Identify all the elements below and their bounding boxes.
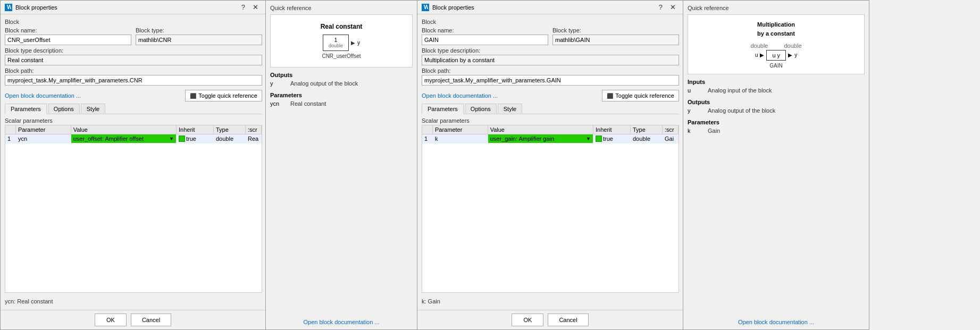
- th-num-gain: [422, 125, 433, 134]
- td-inherit: true: [177, 134, 214, 143]
- th-type-cnr: Type: [214, 125, 246, 134]
- dialog-cnr: W Block properties ? ✕ Block Block name:: [0, 0, 266, 330]
- inputs-title-gain: Inputs: [688, 79, 865, 85]
- block-path-input-gain: [422, 75, 679, 86]
- close-button-gain[interactable]: ✕: [667, 3, 679, 12]
- block-name-input-gain[interactable]: [422, 35, 548, 45]
- scalar-params-label-gain: Scalar parameters: [422, 117, 679, 124]
- th-value-cnr: Value: [71, 125, 177, 134]
- block-title-gain: Multiplication by a constant: [757, 20, 795, 38]
- quick-ref-title-cnr: Quick reference: [270, 5, 413, 11]
- tabs-gain: Parameters Options Style: [422, 104, 679, 114]
- tab-style-cnr[interactable]: Style: [81, 104, 105, 114]
- dialog-gain: W Block properties ? ✕ Block Block name:: [417, 0, 683, 330]
- param-item-k-gain: k Gain: [688, 128, 865, 134]
- ok-button-gain[interactable]: OK: [512, 314, 543, 326]
- open-doc-link-cnr[interactable]: Open block documentation ...: [5, 92, 81, 99]
- td-value: user_offset: Amplifier offset ▼: [71, 134, 177, 143]
- block-type-desc-label-gain: Block type description:: [422, 47, 679, 54]
- th-inherit-cnr: Inherit: [177, 125, 214, 134]
- dialog-title-gain: Block properties: [432, 4, 474, 11]
- th-param-cnr: Parameter: [16, 125, 71, 134]
- gain-block-box: u y: [766, 50, 786, 61]
- params-section-cnr: Parameters ycn Real constant: [270, 92, 413, 108]
- th-scr-cnr: :scr: [246, 125, 262, 134]
- toggle-quick-ref-btn-gain[interactable]: ⬛ Toggle quick reference: [602, 90, 679, 101]
- outputs-section-cnr: Outputs y Analog output of the block: [270, 72, 413, 88]
- param-item-ycn-cnr: ycn Real constant: [270, 100, 413, 107]
- port-label-y-cnr: y: [357, 40, 360, 46]
- qr-open-doc-link-gain[interactable]: Open block documentation ...: [688, 319, 865, 325]
- output-item-y-gain: y Analog output of the block: [688, 107, 865, 114]
- th-inherit-gain: Inherit: [593, 125, 631, 134]
- dialog-titlebar-gain: W Block properties ? ✕: [417, 1, 683, 14]
- qr-open-doc-link-cnr[interactable]: Open block documentation ...: [270, 319, 413, 325]
- params-title-cnr: Parameters: [270, 92, 413, 98]
- toggle-quick-ref-btn-cnr[interactable]: ⬛ Toggle quick reference: [185, 90, 262, 101]
- td-num: 1: [5, 134, 16, 143]
- block-name-label-gain: Block name:: [422, 27, 548, 33]
- dialog-body-gain: Block Block name: Block type: Block type…: [417, 14, 683, 310]
- open-doc-link-gain[interactable]: Open block documentation ...: [422, 92, 498, 99]
- block-type-desc-input-gain: [422, 55, 679, 65]
- tab-style-gain[interactable]: Style: [498, 104, 522, 114]
- ok-button-cnr[interactable]: OK: [95, 314, 127, 326]
- table-body-gain: 1 k user_gain: Amplifier gain ▼ true dou…: [422, 134, 679, 292]
- block-name-input-cnr[interactable]: [5, 35, 131, 45]
- table-row[interactable]: 1 k user_gain: Amplifier gain ▼ true dou…: [422, 134, 679, 143]
- outputs-section-gain: Outputs y Analog output of the block: [688, 99, 865, 115]
- td-num: 1: [422, 134, 433, 143]
- tab-parameters-gain[interactable]: Parameters: [422, 104, 464, 114]
- th-param-gain: Parameter: [433, 125, 488, 134]
- td-type: double: [631, 134, 663, 143]
- scalar-params-table-cnr: Parameter Value Inherit Type :scr 1 ycn …: [5, 125, 262, 293]
- help-button-cnr[interactable]: ?: [239, 3, 248, 12]
- th-value-gain: Value: [488, 125, 593, 134]
- cancel-button-gain[interactable]: Cancel: [548, 314, 588, 326]
- dialog-body-cnr: Block Block name: Block type: Block type…: [1, 14, 266, 310]
- tab-options-cnr[interactable]: Options: [48, 104, 80, 114]
- block-type-desc-input-cnr: [5, 55, 262, 65]
- input-item-u-gain: u Analog input of the block: [688, 87, 865, 94]
- dialog-titlebar-cnr: W Block properties ? ✕: [1, 1, 265, 14]
- table-row[interactable]: 1 ycn user_offset: Amplifier offset ▼ tr…: [5, 134, 262, 143]
- close-button-cnr[interactable]: ✕: [250, 3, 261, 12]
- block-section-label-cnr: Block: [5, 19, 262, 25]
- inherit-checkbox[interactable]: [179, 136, 185, 142]
- block-type-input-cnr: [136, 35, 262, 45]
- outputs-title-cnr: Outputs: [270, 72, 413, 78]
- tab-options-gain[interactable]: Options: [465, 104, 497, 114]
- outputs-title-gain: Outputs: [688, 99, 865, 105]
- block-path-label-gain: Block path:: [422, 67, 679, 74]
- td-scr: Rea: [246, 134, 262, 143]
- block-type-label-cnr: Block type:: [136, 27, 262, 33]
- app-icon: W: [5, 4, 12, 11]
- td-type: double: [214, 134, 246, 143]
- tab-parameters-cnr[interactable]: Parameters: [5, 104, 47, 114]
- cancel-button-cnr[interactable]: Cancel: [131, 314, 171, 326]
- status-bar-gain: k: Gain: [422, 297, 679, 306]
- gain-block-name: GAIN: [769, 63, 782, 69]
- scalar-params-table-gain: Parameter Value Inherit Type :scr 1 k us…: [422, 125, 679, 293]
- dialog-buttons-cnr: OK Cancel: [1, 310, 265, 329]
- td-scr: Gai: [663, 134, 679, 143]
- app-icon-gain: W: [422, 4, 429, 11]
- help-button-gain[interactable]: ?: [656, 3, 665, 12]
- dialog-buttons-gain: OK Cancel: [417, 310, 683, 329]
- th-scr-gain: :scr: [663, 125, 679, 134]
- th-type-gain: Type: [631, 125, 663, 134]
- inherit-checkbox-gain[interactable]: [596, 136, 602, 142]
- block-path-label-cnr: Block path:: [5, 67, 262, 74]
- dialog-title-cnr: Block properties: [15, 4, 57, 11]
- block-path-input-cnr: [5, 75, 262, 86]
- params-title-gain: Parameters: [688, 119, 865, 125]
- scalar-params-label-cnr: Scalar parameters: [5, 117, 262, 124]
- quick-ref-panel-gain: Quick reference Multiplication by a cons…: [683, 0, 869, 330]
- block-diagram-cnr: 1 double ▶ y: [323, 35, 360, 51]
- td-param: k: [433, 134, 488, 143]
- quick-ref-panel-cnr: Quick reference Real constant 1 double ▶…: [266, 0, 417, 330]
- block-name-diagram-cnr: CNR_userOffset: [322, 53, 361, 59]
- status-bar-cnr: ycn: Real constant: [5, 297, 262, 306]
- toggle-icon-cnr: ⬛: [190, 93, 196, 99]
- svg-text:W: W: [424, 5, 428, 10]
